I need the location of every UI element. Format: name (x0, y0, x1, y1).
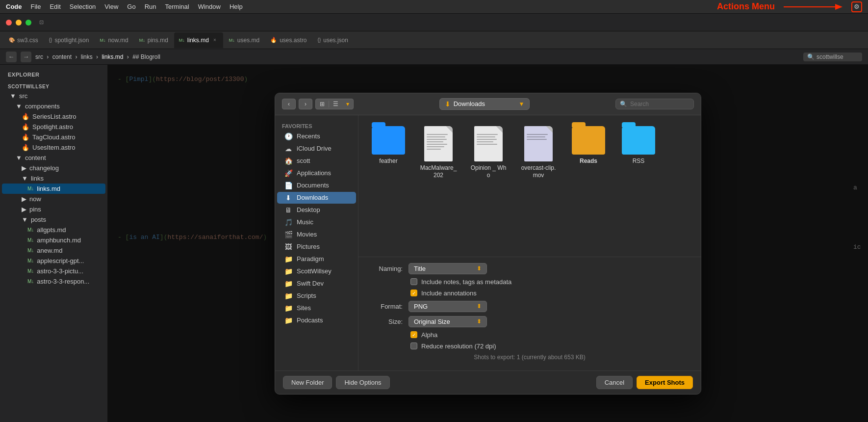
tab-nowmd[interactable]: M↓ now.md (95, 32, 133, 48)
sidebar-item-anew[interactable]: M↓ anew.md (2, 245, 105, 256)
menu-edit[interactable]: Edit (50, 3, 60, 10)
music-icon: 🎵 (284, 218, 293, 226)
sidebar-item-tagcloud[interactable]: 🔥 TagCloud.astro (2, 132, 105, 142)
sidebar-item-astro3r[interactable]: M↓ astro-3-3-respon... (2, 276, 105, 287)
tab-close-links[interactable]: × (211, 37, 218, 44)
tab-usesastro[interactable]: 🔥 uses.astro (265, 32, 311, 48)
sidebar-item-serieslist[interactable]: 🔥 SeriesList.astro (2, 111, 105, 122)
sidebar-item-allgpts[interactable]: M↓ allgpts.md (2, 225, 105, 235)
sidebar-label-changelog: changelog (29, 164, 59, 172)
menu-run[interactable]: Run (145, 3, 156, 10)
dlg-sidebar-scripts[interactable]: 📁 Scripts (277, 290, 356, 302)
dlg-sidebar-applications[interactable]: 🚀 Applications (277, 167, 356, 179)
sidebar-item-amphbunch[interactable]: M↓ amphbunch.md (2, 235, 105, 245)
alpha-checkbox[interactable] (410, 331, 417, 338)
folder-icon-rss (622, 126, 655, 155)
include-notes-checkbox[interactable] (410, 278, 417, 285)
menu-window[interactable]: Window (198, 3, 221, 10)
dialog-location[interactable]: ⬇ Downloads ▼ (439, 98, 530, 110)
file-icon-spotlight: 🔥 (22, 123, 29, 131)
sidebar-label-applescript: applescript-gpt... (37, 257, 84, 264)
menu-terminal[interactable]: Terminal (165, 3, 189, 10)
dialog-back-button[interactable]: ‹ (282, 99, 296, 109)
doc-icon-overcastclip (524, 126, 553, 161)
dlg-sidebar-music[interactable]: 🎵 Music (277, 216, 356, 228)
include-annotations-checkbox[interactable] (410, 290, 417, 296)
sidebar-item-spotlight[interactable]: 🔥 Spotlight.astro (2, 122, 105, 132)
format-select[interactable]: PNG ⬍ (408, 301, 487, 312)
dlg-sidebar-documents[interactable]: 📄 Documents (277, 180, 356, 191)
file-item-opinionwho[interactable]: Opinion _ Who (466, 123, 511, 183)
tab-usesmd[interactable]: M↓ uses.md (224, 32, 264, 48)
dlg-sidebar-paradigm[interactable]: 📁 Paradigm (277, 253, 356, 265)
dlg-sidebar-swiftdev[interactable]: 📁 Swift Dev (277, 278, 356, 290)
dlg-sidebar-sites[interactable]: 📁 Sites (277, 302, 356, 314)
sidebar-item-pins[interactable]: ▶ pins (2, 204, 105, 214)
file-item-macmalware[interactable]: MacMalware_202 (416, 123, 460, 183)
dlg-sidebar-movies[interactable]: 🎬 Movies (277, 229, 356, 240)
sidebar-label-links: links (31, 175, 44, 182)
doc-icon-opinionwho (474, 126, 503, 161)
tab-sw3css[interactable]: 🎨 sw3.css (4, 32, 43, 48)
app-name[interactable]: Code (6, 3, 22, 10)
sidebar-item-components[interactable]: ▼ components (2, 101, 105, 111)
tab-linksmd[interactable]: M↓ links.md × (174, 32, 223, 48)
dialog-forward-button[interactable]: › (299, 99, 312, 109)
dialog-grid-view[interactable]: ⊞ (316, 99, 329, 109)
size-select[interactable]: Original Size ⬍ (408, 316, 487, 327)
traffic-light-yellow[interactable] (16, 20, 22, 26)
sidebar-item-links[interactable]: ▼ links (2, 173, 105, 184)
tab-spotlightjson[interactable]: {} spotlight.json (44, 32, 94, 48)
traffic-light-red[interactable] (6, 20, 12, 26)
dialog-view-chevron[interactable]: ▾ (342, 99, 353, 109)
tab-pinsmd[interactable]: M↓ pins.md (134, 32, 173, 48)
file-item-feather[interactable]: feather (366, 123, 410, 183)
search-bar[interactable]: 🔍 scottwillse (803, 53, 862, 61)
dlg-sidebar-desktop[interactable]: 🖥 Desktop (277, 204, 356, 216)
actions-menu-gear-icon[interactable]: ⚙ (851, 1, 862, 12)
sidebar-item-now[interactable]: ▶ now (2, 194, 105, 204)
menu-go[interactable]: Go (127, 3, 135, 10)
new-folder-button[interactable]: New Folder (283, 376, 332, 389)
dlg-sidebar-podcasts[interactable]: 📁 Podcasts (277, 315, 356, 326)
sidebar-item-astro3[interactable]: M↓ astro-3-3-pictu... (2, 266, 105, 276)
menu-bar: Code File Edit Selection View Go Run Ter… (0, 0, 868, 14)
menu-view[interactable]: View (104, 3, 118, 10)
menu-selection[interactable]: Selection (70, 3, 96, 10)
file-item-overcastclip[interactable]: overcast-clip.mov (516, 123, 561, 183)
dlg-sidebar-scottwillsey[interactable]: 📁 ScottWillsey (277, 265, 356, 277)
file-item-reads[interactable]: Reads (566, 123, 611, 183)
menu-file[interactable]: File (31, 3, 41, 10)
nav-forward[interactable]: → (21, 52, 31, 62)
sidebar-item-linksmd[interactable]: M↓ links.md (2, 184, 105, 194)
dialog-view-toggle[interactable]: ⊞ ☰ ▾ (315, 99, 354, 109)
dialog-search[interactable]: 🔍 (615, 99, 694, 109)
cancel-button[interactable]: Cancel (596, 376, 633, 389)
sidebar-item-applescript[interactable]: M↓ applescript-gpt... (2, 256, 105, 266)
reduce-res-checkbox[interactable] (410, 343, 417, 349)
traffic-light-green[interactable] (26, 20, 31, 26)
naming-select[interactable]: Title ⬍ (408, 263, 487, 274)
sidebar-item-posts[interactable]: ▼ posts (2, 214, 105, 225)
dlg-sidebar-icloud[interactable]: ☁ iCloud Drive (277, 143, 356, 155)
file-item-rss[interactable]: RSS (616, 123, 661, 183)
tab-usesjson[interactable]: {} uses.json (313, 32, 353, 48)
sidebar-item-content[interactable]: ▼ content (2, 153, 105, 163)
sidebar-item-usesitem[interactable]: 🔥 UsesItem.astro (2, 142, 105, 153)
dialog-list-view[interactable]: ☰ (329, 99, 342, 109)
export-shots-button[interactable]: Export Shots (637, 376, 693, 389)
tab-icon-links: M↓ (179, 38, 185, 43)
dlg-sidebar-scott[interactable]: 🏠 scott (277, 155, 356, 167)
hide-options-button[interactable]: Hide Options (336, 376, 389, 389)
sidebar-item-src[interactable]: ▼ src (2, 91, 105, 101)
dlg-sidebar-recents[interactable]: 🕐 Recents (277, 131, 356, 142)
folder-icon-changelog: ▶ (22, 164, 26, 172)
dlg-sidebar-downloads[interactable]: ⬇ Downloads (277, 192, 356, 204)
menu-help[interactable]: Help (230, 3, 243, 10)
sidebar-item-changelog[interactable]: ▶ changelog (2, 163, 105, 173)
dlg-sidebar-pictures[interactable]: 🖼 Pictures (277, 241, 356, 253)
search-input[interactable] (630, 101, 689, 107)
export-options: Naming: Title ⬍ Include notes, tags as m… (358, 257, 701, 370)
reduce-res-row: Reduce resolution (72 dpi) (410, 343, 691, 350)
nav-back[interactable]: ← (6, 52, 17, 62)
